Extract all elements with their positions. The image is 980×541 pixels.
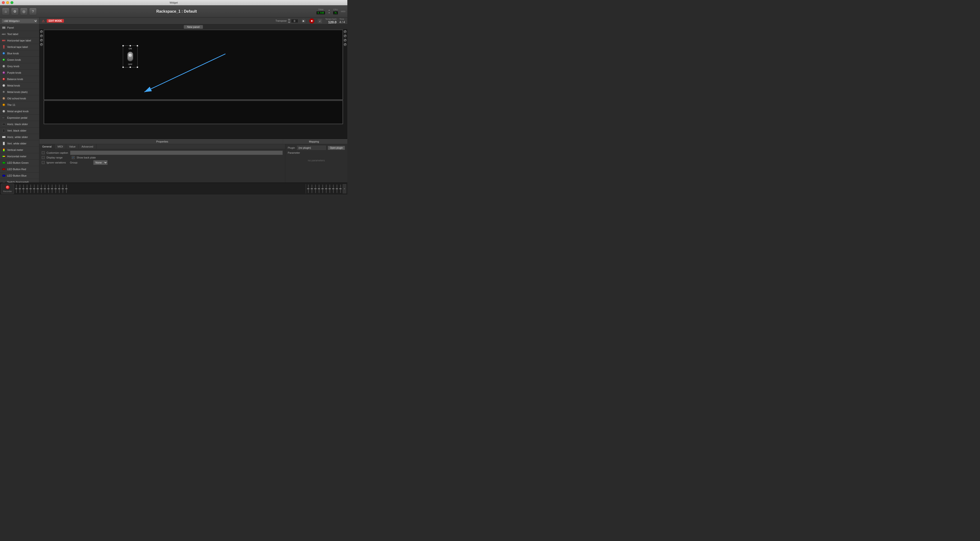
sidebar-item-metal-angled[interactable]: Metal angled knob (0, 108, 39, 115)
sidebar-item-metal-knob-dark[interactable]: Metal knob (dark) (0, 89, 39, 95)
sel-handle-br[interactable] (137, 67, 138, 68)
record-button[interactable]: ⏺ (309, 18, 314, 24)
toggle-widget[interactable]: ON OFF (123, 46, 138, 67)
help-button[interactable]: ? (29, 8, 37, 15)
sidebar-item-horiz-meter[interactable]: Horizontal meter (0, 153, 39, 160)
widget-dropdown[interactable]: <All Widgets> (0, 17, 39, 25)
fader-r8[interactable] (332, 184, 335, 194)
show-back-plate-checkbox[interactable] (72, 156, 75, 159)
sidebar-item-panel[interactable]: Panel (0, 25, 39, 31)
sel-handle-tl[interactable] (123, 45, 124, 46)
transpose-down[interactable]: ▼ (288, 21, 291, 23)
fader-8[interactable] (40, 184, 43, 194)
new-panel-button[interactable]: New panel (184, 25, 203, 29)
fader-15[interactable] (65, 184, 68, 194)
fader-1[interactable] (14, 184, 18, 194)
fader-13[interactable] (57, 184, 61, 194)
fader-track-12 (55, 184, 56, 193)
sidebar-item-vert-meter[interactable]: Vertical meter (0, 147, 39, 153)
sidebar-item-text-label[interactable]: ABC Text label (0, 31, 39, 37)
fader-9[interactable] (43, 184, 46, 194)
plugin-button[interactable]: ◎ (20, 8, 28, 15)
play-button[interactable]: ▶ (301, 18, 306, 24)
tab-general[interactable]: General (39, 144, 55, 149)
sidebar-item-metal-knob[interactable]: Metal knob (0, 82, 39, 89)
home-button[interactable]: ⌂ (2, 8, 10, 15)
fader-10[interactable] (47, 184, 50, 194)
mixer-faders-right (307, 184, 342, 194)
sidebar-item-blue-knob[interactable]: Blue knob (0, 50, 39, 57)
customize-caption-checkbox[interactable] (42, 151, 45, 154)
fader-r3[interactable] (314, 184, 317, 194)
sidebar-item-switch-h[interactable]: Switch (horizontal) (0, 179, 39, 182)
sel-handle-tr[interactable] (137, 45, 138, 46)
open-plugin-button[interactable]: Open plugin (328, 146, 345, 150)
sidebar-item-led-green[interactable]: LED Button Green (0, 160, 39, 166)
fader-r6[interactable] (325, 184, 328, 194)
customize-caption-input[interactable] (70, 151, 283, 155)
tab-midi[interactable]: MIDI (55, 144, 66, 149)
sel-handle-tm[interactable] (129, 45, 131, 46)
display-range-checkbox[interactable] (42, 156, 45, 159)
fader-12[interactable] (54, 184, 57, 194)
sidebar-item-purple-knob[interactable]: Purple knob (0, 70, 39, 76)
settings-button[interactable]: ⚙ (11, 8, 19, 15)
tab-value[interactable]: Value (66, 144, 78, 149)
fader-track-5 (30, 184, 31, 193)
fader-r1[interactable] (307, 184, 310, 194)
fader-thumb-8 (40, 188, 43, 189)
ignore-variations-checkbox[interactable] (42, 161, 45, 164)
window-buttons[interactable] (2, 1, 13, 4)
toolbar-icons: ⌂ ⚙ ◎ ? (2, 8, 37, 15)
edit-mode-text: EDIT MODE (49, 19, 62, 22)
fader-3[interactable] (22, 184, 25, 194)
fader-11[interactable] (50, 184, 54, 194)
sidebar-item-vert-black-slider[interactable]: Vert. black slider (0, 127, 39, 134)
sidebar-item-vtape[interactable]: Vertical tape label (0, 44, 39, 50)
fader-7[interactable] (36, 184, 39, 194)
widget-select[interactable]: <All Widgets> (2, 19, 38, 23)
fader-6[interactable] (32, 184, 36, 194)
recorder-button[interactable]: Recorder (1, 184, 14, 194)
fader-2[interactable] (18, 184, 21, 194)
sidebar-item-grey-knob[interactable]: Grey knob (0, 63, 39, 70)
sel-handle-bl[interactable] (123, 67, 124, 68)
fader-4[interactable] (25, 184, 29, 194)
sidebar-item-old-school[interactable]: Old school knob (0, 95, 39, 102)
grey-knob-icon (2, 64, 6, 68)
transpose-up[interactable]: ▲ (288, 18, 291, 21)
fader-14[interactable] (61, 184, 64, 194)
sidebar-item-expr-pedal[interactable]: Expression pedal (0, 115, 39, 121)
properties-panel: Properties Mapping General MIDI Value Ad… (39, 138, 347, 182)
tab-advanced[interactable]: Advanced (79, 144, 96, 149)
sidebar-item-horiz-black-slider[interactable]: Horiz. black slider (0, 121, 39, 127)
sidebar-item-balance-knob[interactable]: Balance knob (0, 76, 39, 82)
sidebar-item-green-knob[interactable]: Green knob (0, 57, 39, 63)
fader-r10[interactable] (339, 184, 342, 194)
sidebar-item-vert-white-slider[interactable]: Vert. white slider (0, 140, 39, 147)
sidebar-item-htape[interactable]: Horizontal tape label (0, 37, 39, 44)
fader-r2[interactable] (310, 184, 313, 194)
sidebar-item-horiz-white-slider[interactable]: Horiz. white slider (0, 134, 39, 140)
group-select[interactable]: None (93, 160, 108, 165)
sidebar-item-led-blue[interactable]: LED Button Blue (0, 173, 39, 179)
metronome-button[interactable]: ♩ (317, 18, 323, 24)
edit-mode-bar: ⚠ EDIT MODE Transpose ▲ ▼ 0 ▶ (39, 17, 347, 24)
fader-r4[interactable] (317, 184, 321, 194)
fader-track-r2 (312, 184, 312, 193)
fader-track-14 (62, 184, 63, 193)
maximize-button[interactable] (11, 1, 13, 4)
fader-r5[interactable] (321, 184, 324, 194)
rack-panel-upper: ON OFF (44, 30, 343, 100)
fader-r7[interactable] (328, 184, 331, 194)
sidebar-item-led-red[interactable]: LED Button Red (0, 166, 39, 173)
close-button[interactable] (2, 1, 5, 4)
sidebar-item-the11[interactable]: The 11 (0, 102, 39, 108)
window-title: Widget (170, 1, 178, 4)
fader-r9[interactable] (335, 184, 339, 194)
fader-5[interactable] (29, 184, 32, 194)
transpose-display: 0 (291, 19, 298, 23)
minimize-button[interactable] (6, 1, 9, 4)
sel-handle-bm[interactable] (129, 67, 131, 68)
toggle-switch-body[interactable] (127, 51, 134, 62)
